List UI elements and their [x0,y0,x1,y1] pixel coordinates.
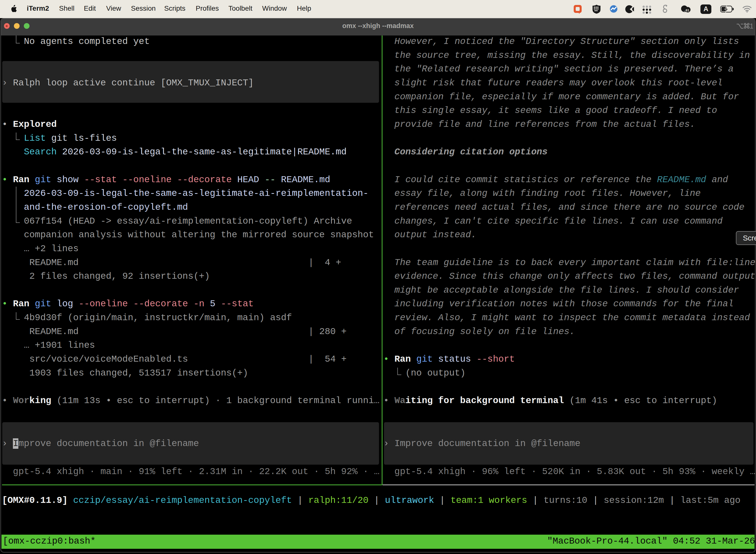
svg-text:..61: ..61 [684,8,689,12]
svg-text:1: 1 [750,22,753,30]
